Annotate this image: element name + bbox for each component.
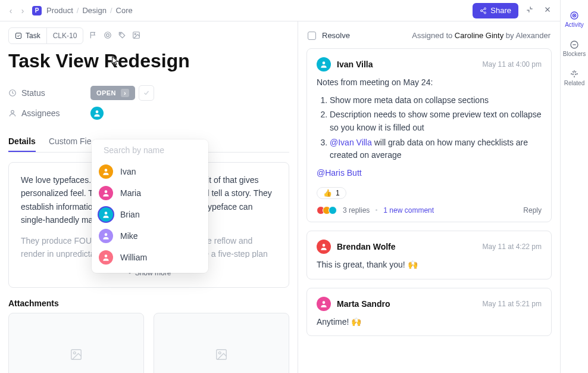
svg-point-8	[135, 33, 136, 35]
assignee-option[interactable]: Brian	[92, 204, 208, 225]
resolve-checkbox[interactable]	[308, 32, 316, 40]
assignee-option-label: Maria	[120, 188, 141, 198]
svg-point-23	[323, 244, 326, 247]
mention-link[interactable]: @Haris Butt	[317, 168, 362, 178]
comment-author: Ivan Villa	[337, 60, 373, 69]
comment-author: Brendan Wolfe	[337, 242, 396, 251]
collapse-icon[interactable]	[523, 3, 536, 18]
thumbs-up-icon: 👍	[323, 189, 332, 197]
avatar	[317, 297, 331, 311]
svg-point-27	[574, 15, 574, 15]
assignee-option-label: Mike	[120, 231, 138, 241]
reaction-pill[interactable]: 👍 1	[317, 187, 346, 199]
assignee-option-label: Ivan	[120, 167, 136, 176]
comment-time: May 11 at 4:22 pm	[483, 243, 542, 251]
target-icon	[570, 11, 579, 20]
avatar	[317, 240, 331, 254]
comment-time: May 11 at 4:00 pm	[483, 60, 542, 69]
svg-point-6	[120, 33, 121, 34]
person-icon	[8, 109, 17, 117]
rail-blockers[interactable]: Blockers	[561, 34, 588, 63]
minus-circle-icon	[570, 40, 579, 49]
image-icon	[70, 348, 83, 361]
tag-icon[interactable]	[118, 31, 126, 41]
avatar	[317, 57, 331, 72]
attachment-placeholder[interactable]	[154, 313, 289, 373]
sparkle-icon	[570, 69, 579, 79]
comment-list-item: Description needs to show some preview t…	[330, 108, 542, 134]
breadcrumb-item[interactable]: Product	[46, 6, 73, 15]
avatar	[99, 250, 113, 265]
svg-point-22	[323, 61, 326, 64]
resolve-label: Resolve	[322, 31, 350, 40]
assignee-option[interactable]: William	[92, 247, 208, 268]
breadcrumb-item[interactable]: Core	[116, 6, 133, 15]
attachment-placeholder[interactable]	[8, 313, 144, 373]
comment-text: Anytime! 🙌	[317, 316, 542, 329]
assignee-option[interactable]: Maria	[92, 182, 208, 204]
checkbox-icon	[15, 32, 22, 39]
image-icon[interactable]	[132, 31, 140, 41]
avatar	[99, 229, 113, 243]
avatar	[99, 186, 113, 200]
svg-point-11	[96, 110, 99, 113]
rail-related[interactable]: Related	[561, 63, 588, 92]
svg-point-1	[481, 10, 483, 11]
assignee-option[interactable]: Ivan	[92, 161, 208, 182]
flag-icon[interactable]	[89, 31, 98, 41]
svg-point-18	[105, 190, 108, 193]
assignee-avatar[interactable]	[90, 107, 104, 120]
svg-point-19	[105, 212, 108, 215]
svg-point-4	[105, 32, 111, 38]
nav-back-icon[interactable]: ‹	[6, 6, 15, 15]
topbar: ‹ › P Product / Design / Core Share	[0, 0, 560, 21]
svg-point-10	[11, 110, 14, 113]
mouse-cursor-icon	[111, 56, 120, 67]
new-comment-link[interactable]: 1 new comment	[383, 206, 434, 215]
share-icon	[480, 7, 487, 14]
breadcrumb: Product / Design / Core	[46, 6, 133, 15]
assignees-label: Assignees	[8, 108, 90, 118]
mention-link[interactable]: @Ivan Villa	[330, 138, 372, 147]
attachments-heading: Attachments	[8, 299, 289, 308]
tab-custom-fields[interactable]: Custom Fie	[49, 132, 94, 152]
assignee-option-label: William	[120, 253, 147, 262]
tab-details[interactable]: Details	[8, 132, 36, 152]
replies-count[interactable]: 3 replies	[343, 206, 370, 215]
assignee-option[interactable]: Mike	[92, 225, 208, 247]
svg-point-21	[105, 254, 108, 257]
complete-checkbox[interactable]	[139, 85, 154, 101]
nav-forward-icon[interactable]: ›	[18, 6, 27, 15]
share-button[interactable]: Share	[473, 3, 518, 18]
assignee-popover: IvanMariaBrianMikeWilliam	[92, 139, 208, 273]
svg-point-5	[107, 33, 110, 36]
svg-point-13	[73, 352, 76, 354]
comment-author: Marta Sandro	[337, 299, 390, 309]
comment-list-item: Show more meta data on collapse sections	[330, 94, 542, 107]
reply-button[interactable]: Reply	[523, 206, 542, 215]
svg-point-0	[484, 8, 486, 10]
svg-point-2	[484, 12, 486, 14]
image-icon	[215, 348, 228, 361]
page-title: Task View Redesign	[8, 50, 289, 72]
reply-avatars	[317, 206, 337, 215]
comment-card: Ivan Villa May 11 at 4:00 pm Notes from …	[306, 48, 552, 222]
comment-time: May 11 at 5:21 pm	[483, 300, 542, 308]
comment-card: Brendan Wolfe May 11 at 4:22 pm This is …	[306, 231, 552, 279]
rail-activity[interactable]: Activity	[561, 5, 588, 34]
status-label: Status	[8, 88, 90, 98]
svg-rect-3	[16, 33, 21, 39]
breadcrumb-item[interactable]: Design	[82, 6, 106, 15]
task-id-chip[interactable]: Task CLK-10	[8, 27, 83, 44]
avatar	[99, 164, 113, 179]
app-logo-icon: P	[32, 6, 42, 15]
target-icon[interactable]	[104, 31, 112, 41]
comment-text: This is great, thank you! 🙌	[317, 259, 542, 272]
side-rail: Activity Blockers Related	[560, 0, 588, 373]
svg-point-24	[323, 301, 326, 304]
assignee-search-input[interactable]	[104, 145, 208, 155]
status-pill[interactable]: OPEN ›	[90, 86, 135, 100]
status-icon	[8, 89, 17, 97]
close-icon[interactable]	[541, 3, 554, 18]
comment-list-item: @Ivan Villa will grab data on how many c…	[330, 136, 542, 162]
